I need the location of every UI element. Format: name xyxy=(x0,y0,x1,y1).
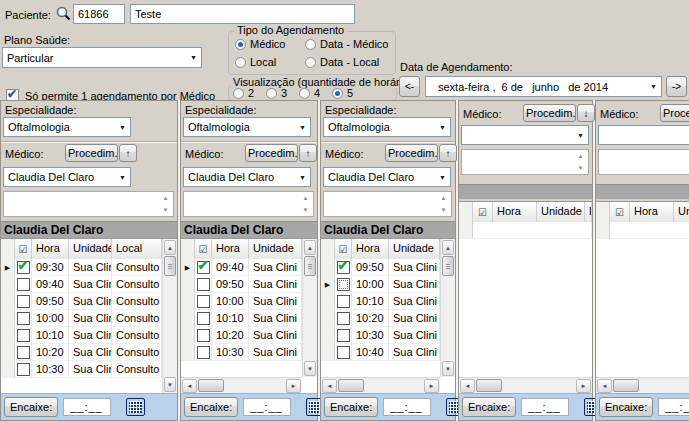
vertical-scrollbar[interactable]: ▲▼ xyxy=(162,239,177,393)
row-checkbox[interactable] xyxy=(337,295,350,308)
row-checkbox[interactable] xyxy=(197,295,210,308)
radio-viz-3[interactable]: 3 xyxy=(266,87,287,99)
horizontal-scrollbar[interactable]: ◄► xyxy=(181,377,302,393)
encaixe-button[interactable]: Encaixe: xyxy=(184,397,238,417)
paciente-id-field[interactable] xyxy=(73,4,125,24)
procedures-box[interactable]: ▲▼ xyxy=(461,149,589,175)
procedures-box[interactable]: ▲▼ xyxy=(598,149,689,175)
row-checkbox[interactable] xyxy=(17,261,30,274)
select-all-checkbox[interactable]: ☑ xyxy=(473,202,493,222)
radio-data-local[interactable]: Data - Local xyxy=(305,56,379,68)
scrollbar-thumb[interactable] xyxy=(338,379,364,392)
table-row[interactable]: 10:30Sua Clini xyxy=(181,344,302,361)
row-checkbox[interactable] xyxy=(337,278,350,291)
scroll-left-icon[interactable]: ◄ xyxy=(460,379,475,393)
move-up-button[interactable]: ↑ xyxy=(299,144,317,162)
scroll-right-icon[interactable]: ► xyxy=(576,379,591,393)
table-row[interactable]: 10:30Sua Clini xyxy=(321,327,440,344)
scroll-right-icon[interactable]: ► xyxy=(424,379,439,393)
scroll-up-icon[interactable]: ▲ xyxy=(164,240,176,255)
spinner-icon[interactable]: ▲▼ xyxy=(159,193,172,215)
row-checkbox[interactable] xyxy=(197,261,210,274)
row-checkbox[interactable] xyxy=(337,261,350,274)
table-row[interactable]: 09:50Sua CliniConsulto xyxy=(1,293,162,310)
medico-select[interactable]: Claudia Del Claro▼ xyxy=(3,167,131,187)
table-row[interactable]: 09:40Sua CliniConsulto xyxy=(1,276,162,293)
especialidade-select[interactable]: Oftalmologia▼ xyxy=(3,117,131,137)
horizontal-scrollbar[interactable]: ◄► xyxy=(321,377,440,393)
scrollbar-thumb[interactable] xyxy=(476,379,502,392)
move-up-button[interactable]: ↑ xyxy=(439,144,457,162)
select-all-checkbox[interactable]: ☑ xyxy=(335,239,352,259)
table-row[interactable]: 09:50Sua Clini xyxy=(181,276,302,293)
plano-saude-select[interactable]: Particular ▼ xyxy=(2,47,202,68)
table-row[interactable]: ▶09:30Sua CliniConsulto xyxy=(1,259,162,276)
medico-select[interactable]: ▼ xyxy=(598,125,689,145)
radio-viz-4[interactable]: 4 xyxy=(299,87,320,99)
medico-select[interactable]: Claudia Del Claro▼ xyxy=(323,167,451,187)
scroll-left-icon[interactable]: ◄ xyxy=(182,379,197,393)
procedim-button[interactable]: Procedim. xyxy=(660,104,689,122)
column-header-hora[interactable]: Hora xyxy=(212,239,249,259)
encaixe-button[interactable]: Encaixe: xyxy=(4,397,58,417)
encaixe-time-input[interactable]: __:__ xyxy=(521,398,569,416)
scroll-up-icon[interactable]: ▲ xyxy=(442,240,454,255)
column-header-un[interactable]: Un xyxy=(674,202,689,222)
especialidade-select[interactable]: Oftalmologia▼ xyxy=(323,117,451,137)
table-row[interactable]: 10:20Sua Clini xyxy=(321,310,440,327)
procedim-button[interactable]: Procedim. xyxy=(245,144,298,162)
scroll-left-icon[interactable]: ◄ xyxy=(597,379,612,393)
scroll-down-icon[interactable]: ▼ xyxy=(164,377,176,392)
scrollbar-thumb[interactable] xyxy=(442,256,454,276)
next-day-button[interactable]: -> xyxy=(666,76,687,97)
table-row[interactable]: 10:10Sua Clini xyxy=(181,310,302,327)
table-row[interactable]: 10:10Sua CliniConsulto xyxy=(1,327,162,344)
encaixe-time-input[interactable]: __:__ xyxy=(383,398,431,416)
table-row[interactable]: 09:50Sua Clini xyxy=(321,259,440,276)
encaixe-button[interactable]: Encaixe: xyxy=(324,397,378,417)
column-header-hora[interactable]: Hora xyxy=(352,239,389,259)
radio-viz-2[interactable]: 2 xyxy=(233,87,254,99)
table-row[interactable]: ▶10:00Sua Clini xyxy=(321,276,440,293)
spinner-icon[interactable]: ▲▼ xyxy=(574,151,587,173)
encaixe-time-input[interactable]: __:__ xyxy=(243,398,291,416)
encaixe-button[interactable]: Encaixe: xyxy=(599,397,653,417)
scroll-down-icon[interactable]: ▼ xyxy=(304,361,316,376)
row-checkbox[interactable] xyxy=(17,346,30,359)
table-row[interactable]: 10:00Sua CliniConsulto xyxy=(1,310,162,327)
radio-local[interactable]: Local xyxy=(235,56,276,68)
column-header-hora[interactable]: Hora xyxy=(630,202,674,222)
column-header-hora[interactable]: Hora xyxy=(32,239,69,259)
paciente-nome-field[interactable] xyxy=(130,4,355,24)
procedures-box[interactable]: ▲▼ xyxy=(3,191,174,217)
procedim-button[interactable]: Procedim. xyxy=(385,144,438,162)
row-checkbox[interactable] xyxy=(197,278,210,291)
column-header-unidade[interactable]: Unidade xyxy=(537,202,585,222)
scroll-up-icon[interactable]: ▲ xyxy=(304,240,316,255)
encaixe-time-input[interactable]: __:__ xyxy=(63,398,111,416)
move-down-button[interactable]: ↓ xyxy=(577,104,595,122)
encaixe-time-input[interactable]: __:__ xyxy=(658,398,689,416)
row-checkbox[interactable] xyxy=(17,363,30,376)
horizontal-scrollbar[interactable]: ◄► xyxy=(459,377,592,393)
row-checkbox[interactable] xyxy=(197,312,210,325)
date-select[interactable]: sexta-feira , 6 de junho de 2014 ▼ xyxy=(425,76,662,97)
select-all-checkbox[interactable]: ☑ xyxy=(610,202,630,222)
table-row[interactable]: 10:30Sua CliniConsulto xyxy=(1,361,162,378)
column-header-local[interactable]: Local xyxy=(112,239,162,259)
scrollbar-thumb[interactable] xyxy=(613,379,639,392)
especialidade-select[interactable]: Oftalmologia▼ xyxy=(183,117,311,137)
scroll-right-icon[interactable]: ► xyxy=(286,379,301,393)
column-header-unidade[interactable]: Unidade xyxy=(69,239,112,259)
row-checkbox[interactable] xyxy=(17,295,30,308)
row-checkbox[interactable] xyxy=(197,346,210,359)
medico-select[interactable]: ▼ xyxy=(461,125,589,145)
encaixe-button[interactable]: Encaixe: xyxy=(462,397,516,417)
select-all-checkbox[interactable]: ☑ xyxy=(195,239,212,259)
scrollbar-thumb[interactable] xyxy=(198,379,224,392)
procedim-button[interactable]: Procedim. xyxy=(65,144,118,162)
select-all-checkbox[interactable]: ☑ xyxy=(15,239,32,259)
column-header-loc[interactable]: Loc xyxy=(585,202,592,222)
row-checkbox[interactable] xyxy=(17,278,30,291)
table-row[interactable]: 10:40Sua Clini xyxy=(321,344,440,361)
